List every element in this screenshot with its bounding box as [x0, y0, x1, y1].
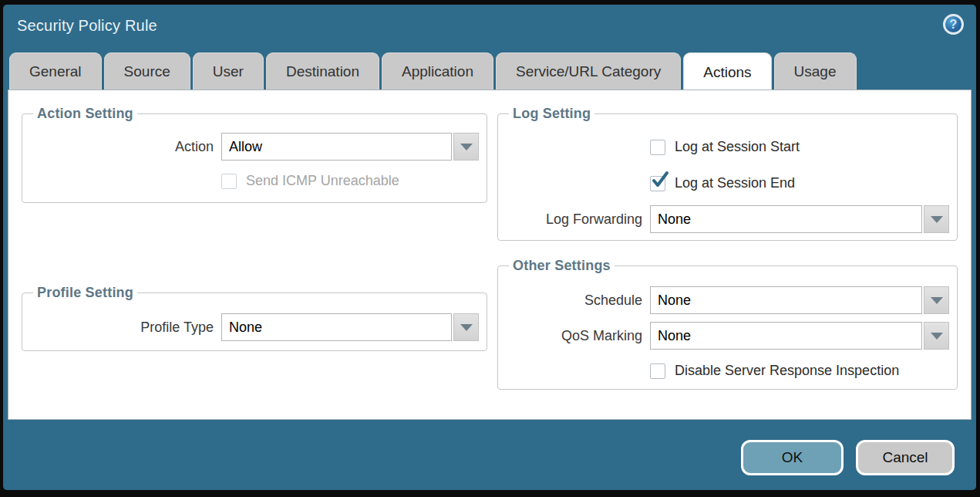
chevron-down-icon [460, 324, 473, 331]
action-label: Action [30, 139, 214, 155]
cancel-button[interactable]: Cancel [856, 440, 955, 475]
tab-destination[interactable]: Destination [266, 52, 379, 90]
qos-marking-label: QoS Marking [506, 328, 642, 344]
dialog-title: Security Policy Rule [17, 17, 157, 35]
log-forwarding-dropdown[interactable]: None [650, 205, 949, 233]
schedule-dropdown[interactable]: None [650, 286, 949, 314]
log-at-session-start-row: Log at Session Start [650, 139, 949, 155]
tab-label: Application [402, 63, 473, 80]
help-icon-glyph: ? [950, 18, 958, 32]
tab-label: Destination [286, 63, 359, 80]
action-setting-legend: Action Setting [33, 106, 137, 122]
chevron-down-icon [931, 216, 943, 223]
profile-type-label: Profile Type [30, 320, 214, 336]
qos-marking-dropdown-button[interactable] [924, 322, 949, 350]
chevron-down-icon [460, 144, 473, 150]
tab-label: General [29, 63, 82, 80]
tab-source[interactable]: Source [104, 52, 190, 90]
send-icmp-unreachable-label: Send ICMP Unreachable [246, 173, 399, 189]
log-forwarding-label: Log Forwarding [506, 211, 642, 228]
tab-user[interactable]: User [193, 52, 264, 90]
profile-setting-group: Profile Setting Profile Type None [22, 285, 487, 351]
tab-service-url-category[interactable]: Service/URL Category [496, 52, 681, 90]
tab-label: User [213, 63, 244, 80]
disable-server-response-inspection-row: Disable Server Response Inspection [650, 363, 949, 379]
tab-application[interactable]: Application [382, 52, 493, 90]
log-at-session-start-checkbox[interactable] [650, 140, 665, 155]
chevron-down-icon [931, 333, 943, 340]
action-row: Action Allow [30, 133, 479, 161]
log-at-session-start-label: Log at Session Start [675, 139, 800, 155]
profile-type-dropdown[interactable]: None [221, 313, 479, 341]
disable-server-response-inspection-checkbox[interactable] [650, 363, 665, 379]
profile-type-dropdown-button[interactable] [453, 313, 479, 341]
security-policy-rule-dialog: Security Policy Rule ? General Source Us… [3, 5, 976, 490]
send-icmp-unreachable-checkbox [221, 174, 237, 189]
log-setting-group: Log Setting Log at Session Start Log at … [497, 106, 958, 241]
help-icon[interactable]: ? [943, 14, 964, 35]
action-dropdown-button[interactable] [453, 133, 479, 161]
checkmark-icon [652, 172, 670, 191]
tab-label: Service/URL Category [516, 63, 661, 80]
action-setting-group: Action Setting Action Allow Send ICMP Un… [22, 106, 487, 203]
tab-label: Usage [794, 63, 837, 80]
log-at-session-end-checkbox[interactable] [650, 176, 665, 191]
tab-usage[interactable]: Usage [774, 52, 857, 90]
disable-server-response-inspection-label: Disable Server Response Inspection [675, 363, 899, 379]
cancel-button-label: Cancel [882, 449, 928, 466]
tab-bar: General Source User Destination Applicat… [9, 52, 857, 90]
schedule-label: Schedule [506, 292, 642, 309]
log-setting-legend: Log Setting [509, 106, 594, 122]
action-dropdown-value: Allow [221, 133, 452, 161]
tab-general[interactable]: General [9, 52, 102, 90]
screen: Security Policy Rule ? General Source Us… [0, 0, 980, 497]
tab-actions[interactable]: Actions [683, 52, 771, 92]
schedule-dropdown-value: None [650, 286, 922, 314]
ok-button[interactable]: OK [741, 440, 844, 475]
schedule-dropdown-button[interactable] [924, 286, 949, 314]
actions-tab-panel: Action Setting Action Allow Send ICMP Un… [8, 90, 972, 420]
qos-marking-dropdown[interactable]: None [650, 322, 949, 350]
log-forwarding-row: Log Forwarding None [506, 205, 949, 233]
profile-setting-legend: Profile Setting [33, 285, 137, 301]
ok-button-label: OK [782, 449, 803, 466]
tab-label: Actions [703, 64, 751, 81]
profile-type-row: Profile Type None [30, 313, 479, 341]
tab-label: Source [124, 63, 170, 80]
schedule-row: Schedule None [506, 286, 949, 314]
chevron-down-icon [931, 297, 943, 304]
profile-type-dropdown-value: None [221, 313, 452, 341]
log-forwarding-dropdown-button[interactable] [924, 205, 949, 233]
other-settings-group: Other Settings Schedule None QoS Marking… [497, 258, 958, 390]
send-icmp-unreachable-row: Send ICMP Unreachable [221, 173, 479, 189]
log-at-session-end-row: Log at Session End [650, 175, 949, 191]
qos-marking-row: QoS Marking None [506, 322, 949, 350]
other-settings-legend: Other Settings [509, 258, 615, 274]
qos-marking-dropdown-value: None [650, 322, 922, 350]
log-forwarding-dropdown-value: None [650, 205, 922, 233]
log-at-session-end-label: Log at Session End [675, 175, 795, 191]
action-dropdown[interactable]: Allow [221, 133, 479, 161]
